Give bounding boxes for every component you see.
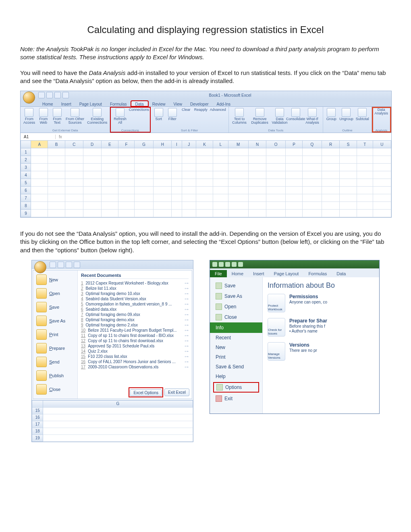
cell[interactable]: [48, 179, 65, 187]
cell[interactable]: [303, 202, 322, 210]
pin-icon[interactable]: ⊶: [185, 354, 189, 359]
cell[interactable]: [154, 187, 172, 194]
cell[interactable]: [65, 148, 83, 156]
cell[interactable]: [357, 156, 373, 164]
cell[interactable]: [248, 179, 266, 187]
cell[interactable]: [357, 210, 373, 217]
tab-review[interactable]: Review: [148, 101, 170, 106]
col-header[interactable]: D: [83, 141, 101, 148]
cell[interactable]: [65, 194, 83, 202]
cell[interactable]: [303, 194, 322, 202]
exit-excel-button[interactable]: Exit Excel: [164, 389, 189, 396]
col-header[interactable]: H: [154, 141, 172, 148]
pin-icon[interactable]: ⊶: [185, 323, 189, 327]
ungroup-button[interactable]: Ungroup: [339, 108, 353, 121]
cell[interactable]: [101, 156, 118, 164]
cell[interactable]: [172, 148, 182, 156]
recent-document[interactable]: 5Osmoregulation in fishes_student versio…: [81, 301, 189, 307]
cell[interactable]: [83, 194, 101, 202]
cell[interactable]: [65, 179, 83, 187]
cell[interactable]: [248, 194, 266, 202]
cell[interactable]: [285, 187, 302, 194]
cell[interactable]: [135, 194, 154, 202]
cell[interactable]: [172, 171, 182, 179]
name-box[interactable]: A1: [21, 135, 56, 139]
cell[interactable]: [213, 164, 228, 171]
cell[interactable]: [303, 187, 322, 194]
cell[interactable]: [65, 156, 83, 164]
cell[interactable]: [48, 187, 65, 194]
tab-insert[interactable]: Insert: [248, 270, 269, 277]
col-header[interactable]: T: [357, 141, 373, 148]
recent-document[interactable]: 15F10 220 class list.xlsx⊶: [81, 354, 189, 359]
cell[interactable]: [83, 187, 101, 194]
recent-document[interactable]: 16Copy of FALL 2007 Honors Junior and Se…: [81, 359, 189, 364]
col-header[interactable]: N: [248, 141, 266, 148]
cell[interactable]: [303, 148, 322, 156]
cell[interactable]: [135, 148, 154, 156]
cell[interactable]: [373, 202, 391, 210]
cell[interactable]: [118, 148, 135, 156]
col-header[interactable]: U: [373, 141, 391, 148]
row-header[interactable]: 9: [21, 210, 31, 217]
filter-button[interactable]: Filter: [167, 108, 178, 121]
cell[interactable]: [154, 202, 172, 210]
clear-button[interactable]: Clear: [181, 108, 192, 112]
cell[interactable]: [48, 171, 65, 179]
cell[interactable]: [340, 194, 357, 202]
cell[interactable]: [182, 164, 196, 171]
office-menu-publish[interactable]: Publish: [33, 369, 77, 382]
pin-icon[interactable]: ⊶: [185, 297, 189, 301]
cell[interactable]: [31, 156, 48, 164]
check-for-issues-button[interactable]: Check for Issues: [268, 318, 285, 337]
cell[interactable]: [65, 202, 83, 210]
cell[interactable]: [285, 194, 302, 202]
cell[interactable]: [228, 202, 248, 210]
row-header[interactable]: 16: [32, 414, 43, 421]
recent-document[interactable]: 2Belize list 11.xlsx⊶: [81, 286, 189, 291]
cell[interactable]: [172, 202, 182, 210]
text-to-columns-button[interactable]: Text to Columns: [231, 108, 247, 125]
cell[interactable]: [101, 171, 118, 179]
cell[interactable]: [213, 171, 228, 179]
pin-icon[interactable]: ⊶: [185, 281, 189, 285]
connections-button[interactable]: Connections: [130, 108, 148, 112]
worksheet-grid[interactable]: G 1516171819: [32, 400, 193, 442]
office-menu-prepare[interactable]: Prepare: [33, 341, 77, 355]
cell[interactable]: [83, 148, 101, 156]
col-header[interactable]: R: [322, 141, 340, 148]
cell[interactable]: [196, 194, 213, 202]
what-if-button[interactable]: What-If Analysis: [304, 108, 320, 125]
quick-access-toolbar[interactable]: [50, 262, 80, 268]
from-access-button[interactable]: From Access: [23, 108, 35, 125]
data-validation-button[interactable]: Data Validation: [272, 108, 287, 125]
cell[interactable]: [266, 156, 285, 164]
cell[interactable]: [322, 156, 340, 164]
row-header[interactable]: 17: [32, 421, 43, 428]
cell[interactable]: [228, 194, 248, 202]
cell[interactable]: [48, 210, 65, 217]
cell[interactable]: [83, 210, 101, 217]
cell[interactable]: [172, 210, 182, 217]
cell[interactable]: [285, 164, 302, 171]
tab-home[interactable]: Home: [227, 270, 248, 277]
cell[interactable]: [101, 210, 118, 217]
cell[interactable]: [357, 187, 373, 194]
cell[interactable]: [48, 202, 65, 210]
cell[interactable]: [373, 164, 391, 171]
pin-icon[interactable]: ⊶: [185, 318, 189, 322]
cell[interactable]: [340, 164, 357, 171]
recent-document[interactable]: 6Seabird data.xlsx⊶: [81, 307, 189, 312]
excel-options-button[interactable]: Excel Options: [130, 389, 162, 396]
cell[interactable]: [228, 187, 248, 194]
cell[interactable]: [303, 179, 322, 187]
cell[interactable]: [135, 187, 154, 194]
row-header[interactable]: 15: [32, 407, 43, 414]
cell[interactable]: [285, 156, 302, 164]
cell[interactable]: [65, 164, 83, 171]
info-item[interactable]: Info: [210, 322, 262, 333]
cell[interactable]: [154, 164, 172, 171]
advanced-button[interactable]: Advanced: [210, 108, 226, 112]
recent-document[interactable]: 14Quiz 2.xlsx⊶: [81, 349, 189, 354]
cell[interactable]: [213, 194, 228, 202]
